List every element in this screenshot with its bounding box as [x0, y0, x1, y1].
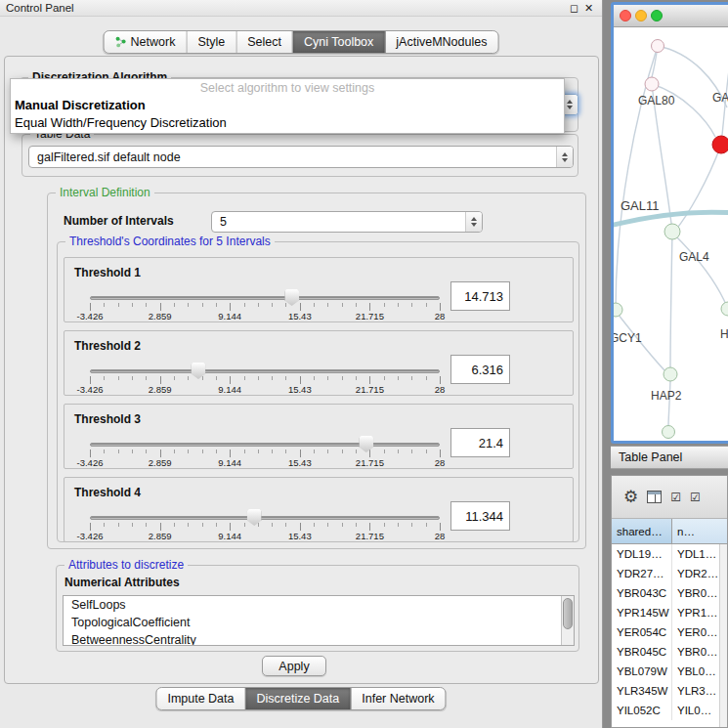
tab-infer-network[interactable]: Infer Network — [351, 688, 445, 709]
column-selector-icon[interactable] — [647, 491, 662, 503]
tab-style[interactable]: Style — [187, 31, 236, 53]
network-node[interactable] — [652, 40, 664, 53]
table-data-combo[interactable]: galFiltered.sif default node — [28, 146, 574, 168]
table-cell: YLR345W — [612, 681, 672, 701]
slider-track[interactable] — [90, 443, 440, 447]
table-row[interactable]: YLR345WYLR3… — [612, 681, 727, 701]
threshold-2-slider[interactable]: -3.4262.8599.14415.4321.71528 — [84, 361, 450, 396]
network-edge[interactable] — [668, 381, 670, 426]
algorithm-option-manual-discretization[interactable]: Manual Discretization — [11, 97, 564, 114]
slider-major-tick — [90, 376, 91, 384]
network-node[interactable] — [645, 77, 659, 91]
network-edge[interactable] — [652, 84, 715, 137]
network-canvas[interactable]: GAL80GAGAL11GAL4GCY1HHAP2 — [614, 27, 728, 444]
node-label: GA — [712, 91, 728, 105]
table-row[interactable]: YPR145WYPR1… — [612, 603, 727, 622]
table-panel-window: ⚙☑☑ shared…n… YDL19…YDL1…YDR27…YDR2…YBR0… — [611, 475, 728, 728]
algorithm-option-equal-width-frequency-discretization[interactable]: Equal Width/Frequency Discretization — [11, 114, 564, 132]
slider-major-tick — [369, 303, 370, 311]
table-row[interactable]: YDR27…YDR2… — [612, 564, 727, 583]
slider-scale-label: 21.715 — [356, 384, 384, 395]
attribute-list-item[interactable]: TopologicalCoefficient — [64, 614, 574, 631]
control-panel: Control Panel ◻ ✕ NetworkStyleSelectCyni… — [0, 0, 603, 728]
slider-major-tick — [440, 376, 441, 384]
slider-scale-label: 2.859 — [149, 457, 172, 468]
slider-track[interactable] — [90, 296, 440, 300]
threshold-1-slider[interactable]: -3.4262.8599.14415.4321.71528 — [84, 287, 450, 322]
table-row[interactable]: YBR045CYBR0… — [612, 642, 727, 662]
network-node[interactable] — [663, 426, 675, 439]
threshold-4-slider[interactable]: -3.4262.8599.14415.4321.71528 — [84, 507, 450, 542]
table-cell: YBL079W — [612, 662, 672, 681]
table-rows: YDL19…YDL1…YDR27…YDR2…YBR043CYBR0…YPR145… — [612, 544, 727, 727]
network-edge[interactable] — [675, 236, 727, 307]
column-header-2[interactable]: n… — [672, 519, 727, 543]
slider-scale-label: 28 — [435, 311, 446, 321]
threshold-3-slider[interactable]: -3.4262.8599.14415.4321.71528 — [84, 434, 450, 469]
table-row[interactable]: YIL052CYIL0… — [612, 701, 727, 720]
table-row[interactable]: YER054CYER0… — [612, 622, 727, 642]
slider-scale-label: 15.43 — [288, 531, 312, 541]
threshold-1-value-field[interactable]: 14.713 — [450, 281, 510, 311]
table-row[interactable]: YBR043CYBR0… — [612, 583, 727, 603]
slider-scale-label: 2.859 — [149, 311, 172, 321]
node-label: H — [720, 327, 728, 341]
table-row[interactable]: YDL19…YDL1… — [612, 544, 727, 564]
close-panel-icon[interactable]: ✕ — [581, 2, 596, 15]
tab-impute-data[interactable]: Impute Data — [156, 688, 245, 709]
close-window-icon[interactable] — [620, 10, 631, 21]
tab-select[interactable]: Select — [236, 31, 293, 53]
attribute-list-item[interactable]: SelfLoops — [64, 596, 574, 614]
tab-network[interactable]: Network — [105, 31, 188, 53]
slider-major-tick — [90, 523, 91, 531]
attribute-list-item[interactable]: BetweennessCentrality — [64, 631, 574, 646]
float-window-icon[interactable]: ◻ — [567, 2, 581, 15]
list-scrollbar[interactable] — [561, 596, 574, 645]
node-label: GAL4 — [679, 250, 709, 264]
numerical-attributes-label: Numerical Attributes — [64, 576, 180, 589]
number-of-intervals-combo[interactable]: 5 — [211, 211, 483, 233]
numerical-attributes-list[interactable]: SelfLoopsTopologicalCoefficientBetweenne… — [63, 595, 575, 646]
network-node[interactable] — [721, 302, 728, 316]
slider-track[interactable] — [90, 369, 440, 373]
network-canvas-svg: GAL80GAGAL11GAL4GCY1HHAP2 — [614, 27, 728, 444]
network-edge[interactable] — [675, 145, 721, 231]
select-all-rows-icon[interactable]: ☑ — [670, 492, 681, 503]
slider-major-tick — [160, 450, 161, 457]
slider-major-tick — [160, 376, 161, 384]
threshold-3-value-field[interactable]: 21.4 — [450, 428, 510, 457]
slider-major-tick — [300, 303, 301, 311]
slider-scale-label: 9.144 — [218, 457, 241, 468]
slider-major-tick — [160, 303, 161, 311]
threshold-4-value-field[interactable]: 11.344 — [450, 501, 510, 531]
deselect-rows-icon[interactable]: ☑ — [690, 492, 701, 503]
network-node[interactable] — [712, 136, 728, 153]
zoom-window-icon[interactable] — [651, 10, 663, 21]
table-cell: YBR043C — [612, 583, 672, 603]
table-scrollbar[interactable] — [719, 544, 727, 727]
control-panel-titlebar: Control Panel ◻ ✕ — [0, 0, 602, 17]
table-row[interactable]: YBL079WYBL0… — [612, 662, 727, 681]
tab-label: Cyni Toolbox — [304, 35, 373, 49]
network-node[interactable] — [664, 224, 680, 239]
tab-cyni-toolbox[interactable]: Cyni Toolbox — [293, 31, 385, 53]
column-header-1[interactable]: shared… — [612, 519, 672, 543]
table-cell: YDL19… — [612, 544, 672, 564]
network-node[interactable] — [664, 367, 677, 381]
slider-track[interactable] — [90, 516, 440, 520]
network-edge[interactable] — [670, 232, 672, 367]
settings-gear-icon[interactable]: ⚙ — [623, 489, 638, 505]
threshold-2-box: Threshold 2-3.4262.8599.14415.4321.71528… — [64, 330, 574, 396]
network-node[interactable] — [614, 303, 622, 317]
slider-major-tick — [230, 450, 231, 457]
threshold-label: Threshold 3 — [74, 412, 141, 426]
slider-major-tick — [300, 376, 301, 384]
minimize-window-icon[interactable] — [635, 10, 647, 21]
tab-jactivemnodules[interactable]: jActiveMNodules — [385, 31, 497, 53]
threshold-2-value-field[interactable]: 6.316 — [450, 355, 510, 384]
tab-label: Discretize Data — [257, 692, 340, 706]
apply-button[interactable]: Apply — [262, 656, 326, 676]
list-scrollbar-thumb[interactable] — [563, 598, 573, 629]
tab-discretize-data[interactable]: Discretize Data — [246, 688, 352, 709]
table-panel-header[interactable]: Table Panel — [611, 446, 728, 469]
